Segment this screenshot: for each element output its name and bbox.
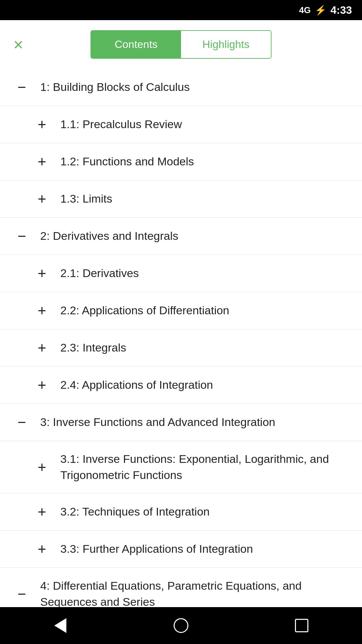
expand-icon: + [34,503,50,520]
toc-item-s3-2[interactable]: +3.2: Techniques of Integration [0,493,362,531]
battery-icon: ⚡ [315,5,326,16]
home-button[interactable] [168,612,194,639]
toc-item-ch3[interactable]: −3: Inverse Functions and Advanced Integ… [0,404,362,441]
expand-icon: + [34,302,50,319]
expand-icon: + [34,459,50,476]
navigation-bar [0,607,362,644]
toc-label-s1-2: 1.2: Functions and Models [60,154,194,170]
recents-button[interactable] [288,612,315,639]
toc-label-s3-1: 3.1: Inverse Functions: Exponential, Log… [60,451,349,483]
expand-icon: + [34,265,50,282]
tab-contents[interactable]: Contents [91,31,181,58]
toc-label-ch1: 1: Building Blocks of Calculus [40,79,190,95]
toc-label-ch3: 3: Inverse Functions and Advanced Integr… [40,414,275,430]
toc-item-s2-2[interactable]: +2.2: Applications of Differentiation [0,292,362,329]
toc-item-s3-3[interactable]: +3.3: Further Applications of Integratio… [0,531,362,568]
toc-item-s3-1[interactable]: +3.1: Inverse Functions: Exponential, Lo… [0,441,362,493]
collapse-icon: − [13,79,30,96]
toc-item-s1-1[interactable]: +1.1: Precalculus Review [0,106,362,143]
tab-bar: Contents Highlights [90,30,272,59]
tab-highlights[interactable]: Highlights [181,31,271,58]
toc-item-ch2[interactable]: −2: Derivatives and Integrals [0,218,362,255]
toc-item-s1-2[interactable]: +1.2: Functions and Models [0,143,362,180]
expand-icon: + [34,339,50,356]
toc-label-s2-3: 2.3: Integrals [60,340,126,356]
toc-item-ch4[interactable]: −4: Differential Equations, Parametric E… [0,568,362,607]
toc-item-s2-3[interactable]: +2.3: Integrals [0,329,362,367]
expand-icon: + [34,191,50,207]
toc-label-s1-1: 1.1: Precalculus Review [60,116,182,132]
status-bar: 4G ⚡ 4:33 [0,0,362,20]
status-icons: 4G ⚡ 4:33 [299,4,352,16]
time-display: 4:33 [330,4,352,16]
toc-item-s2-1[interactable]: +2.1: Derivatives [0,255,362,292]
toc-label-s1-3: 1.3: Limits [60,191,112,207]
toc-item-s2-4[interactable]: +2.4: Applications of Integration [0,367,362,404]
expand-icon: + [34,116,50,133]
toc-label-s3-3: 3.3: Further Applications of Integration [60,541,253,557]
toc-content: −1: Building Blocks of Calculus+1.1: Pre… [0,69,362,607]
toc-label-ch2: 2: Derivatives and Integrals [40,228,178,244]
toc-label-s3-2: 3.2: Techniques of Integration [60,504,209,520]
toc-item-s1-3[interactable]: +1.3: Limits [0,180,362,218]
expand-icon: + [34,153,50,170]
home-icon [174,618,188,633]
recents-icon [295,619,308,632]
back-icon [54,618,66,633]
toc-label-s2-2: 2.2: Applications of Differentiation [60,303,229,319]
collapse-icon: − [13,586,30,602]
collapse-icon: − [13,228,30,245]
toc-label-s2-4: 2.4: Applications of Integration [60,377,213,393]
header: × Contents Highlights [0,20,362,69]
toc-label-ch4: 4: Differential Equations, Parametric Eq… [40,578,349,607]
back-button[interactable] [47,612,74,639]
toc-label-s2-1: 2.1: Derivatives [60,265,139,281]
collapse-icon: − [13,414,30,431]
expand-icon: + [34,377,50,393]
signal-icon: 4G [299,5,311,15]
toc-item-ch1[interactable]: −1: Building Blocks of Calculus [0,69,362,106]
close-button[interactable]: × [13,36,23,53]
expand-icon: + [34,541,50,557]
